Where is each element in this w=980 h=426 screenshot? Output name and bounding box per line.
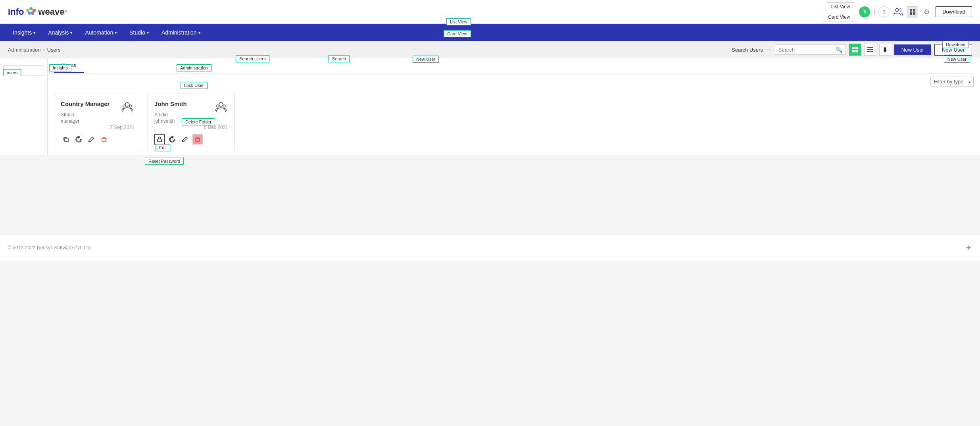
svg-rect-21 xyxy=(102,138,106,142)
svg-rect-9 xyxy=(913,12,915,15)
notification-badge[interactable]: 5 xyxy=(859,6,870,17)
card-1-move-icon[interactable] xyxy=(167,134,177,145)
svg-rect-10 xyxy=(852,47,855,49)
settings-icon[interactable]: ⚙ xyxy=(921,6,932,17)
search-users-label: Search Users xyxy=(732,47,763,53)
users-icon[interactable] xyxy=(893,6,904,17)
breadcrumb-parent[interactable]: Administration xyxy=(8,47,40,53)
card-1-avatar xyxy=(214,100,228,118)
svg-point-0 xyxy=(26,9,29,12)
card-0-date: 17 Sep 2021 xyxy=(61,125,135,130)
svg-rect-16 xyxy=(867,51,873,52)
nav-automation[interactable]: Automation ▾ xyxy=(79,24,123,41)
card-0-reset-icon[interactable] xyxy=(73,134,84,145)
filter-row: Filter by type xyxy=(54,73,974,90)
svg-point-22 xyxy=(219,102,223,106)
breadcrumb: Administration › Users xyxy=(8,47,61,53)
card-1-username: johnsmith xyxy=(154,118,228,124)
svg-point-2 xyxy=(33,9,36,12)
analysis-arrow: ▾ xyxy=(70,31,72,35)
user-card-0: Country Manager Studio manager 1 xyxy=(54,94,141,151)
svg-point-3 xyxy=(28,12,31,15)
automation-arrow: ▾ xyxy=(115,31,117,35)
svg-point-17 xyxy=(125,102,129,106)
sidebar: users xyxy=(0,58,48,155)
card-0-delete-icon[interactable] xyxy=(99,134,109,145)
card-0-username: manager xyxy=(61,118,135,124)
svg-rect-14 xyxy=(867,47,873,48)
card-1-date: 6 Dec 2021 xyxy=(154,125,228,130)
filter-by-type-select[interactable]: Filter by type xyxy=(930,77,974,87)
breadcrumb-current: Users xyxy=(47,47,61,53)
new-user-button-secondary[interactable]: New User xyxy=(934,44,972,56)
svg-rect-12 xyxy=(852,50,855,52)
svg-point-24 xyxy=(223,105,225,107)
search-icon[interactable]: 🔍 xyxy=(836,46,842,53)
svg-rect-13 xyxy=(855,50,858,52)
footer: © 2013-2023 Noesys Software Pvt. Ltd. ✦ xyxy=(0,235,980,260)
svg-point-4 xyxy=(31,12,34,15)
top-bar-right: List View Card View 5 | ? xyxy=(824,2,972,21)
nav-insights[interactable]: Insights ▾ xyxy=(6,24,42,41)
nav-studio[interactable]: Studio ▾ xyxy=(123,24,155,41)
main-layout: users Users Filter by type Country M xyxy=(0,58,980,155)
toolbar-view-active-btn[interactable] xyxy=(849,44,861,56)
svg-rect-11 xyxy=(855,47,858,49)
card-view-button[interactable]: Card View xyxy=(824,13,854,21)
card-0-edit-icon[interactable] xyxy=(86,134,96,145)
svg-point-18 xyxy=(123,105,125,107)
card-1-edit-icon[interactable] xyxy=(180,134,190,145)
footer-copyright: © 2013-2023 Noesys Software Pvt. Ltd. xyxy=(8,245,92,251)
svg-rect-26 xyxy=(196,138,200,141)
breadcrumb-bar: Administration › Users Search Users → 🔍 xyxy=(0,41,980,58)
tabs-bar: Users xyxy=(54,58,974,73)
search-input[interactable] xyxy=(778,47,834,53)
separator1: | xyxy=(873,8,875,16)
svg-point-1 xyxy=(29,7,33,10)
logo-icon xyxy=(24,6,38,17)
grid-icon[interactable] xyxy=(907,6,918,17)
top-icons: 5 | ? ⚙ Do xyxy=(859,6,972,17)
footer-logo-icon: ✦ xyxy=(965,243,972,253)
filter-wrapper: Filter by type xyxy=(930,77,974,87)
svg-rect-20 xyxy=(65,138,68,142)
search-arrow-icon: → xyxy=(766,46,772,53)
breadcrumb-sep: › xyxy=(43,47,44,53)
tab-users[interactable]: Users xyxy=(54,58,84,73)
help-icon[interactable]: ? xyxy=(878,6,890,17)
cards-row: Country Manager Studio manager 1 xyxy=(54,90,974,155)
logo-trademark: ® xyxy=(64,10,67,14)
insights-arrow: ▾ xyxy=(33,31,35,35)
nav-administration[interactable]: Administration ▾ xyxy=(155,24,207,41)
nav-bar: Insights ▾ Analysis ▾ Automation ▾ Studi… xyxy=(0,24,980,41)
administration-arrow: ▾ xyxy=(198,31,200,35)
logo-weave: weave xyxy=(38,7,64,17)
list-view-button[interactable]: List View xyxy=(827,2,855,11)
download-button[interactable]: Download xyxy=(936,6,972,17)
svg-rect-15 xyxy=(867,49,873,50)
main-panel: Users Filter by type Country Manager xyxy=(48,58,980,155)
card-0-copy-icon[interactable] xyxy=(61,134,71,145)
card-1-lock-icon[interactable] xyxy=(154,134,165,145)
top-bar: Info weave ® List View Card View 5 | ? xyxy=(0,0,980,24)
svg-point-5 xyxy=(895,8,899,12)
card-0-avatar xyxy=(120,100,135,118)
user-card-1: John Smith Studio johnsmith 6 De xyxy=(148,94,235,151)
logo-info: Info xyxy=(8,7,24,17)
search-box: 🔍 xyxy=(775,44,846,55)
studio-arrow: ▾ xyxy=(147,31,149,35)
logo: Info weave ® xyxy=(8,6,67,17)
toolbar-download-btn[interactable]: ⬇ xyxy=(879,44,891,56)
nav-analysis[interactable]: Analysis ▾ xyxy=(42,24,79,41)
breadcrumb-right: Search Users → 🔍 ⬇ New User New User xyxy=(732,44,972,56)
svg-point-19 xyxy=(129,105,132,107)
card-1-delete-icon[interactable] xyxy=(192,134,203,145)
card-1-actions xyxy=(154,134,228,145)
card-0-actions xyxy=(61,134,135,145)
svg-rect-6 xyxy=(910,9,912,12)
svg-rect-7 xyxy=(913,9,915,12)
sidebar-users-label: users xyxy=(3,66,44,75)
new-user-button-primary[interactable]: New User xyxy=(894,44,931,55)
svg-rect-8 xyxy=(910,12,912,15)
toolbar-list-btn[interactable] xyxy=(864,44,876,56)
